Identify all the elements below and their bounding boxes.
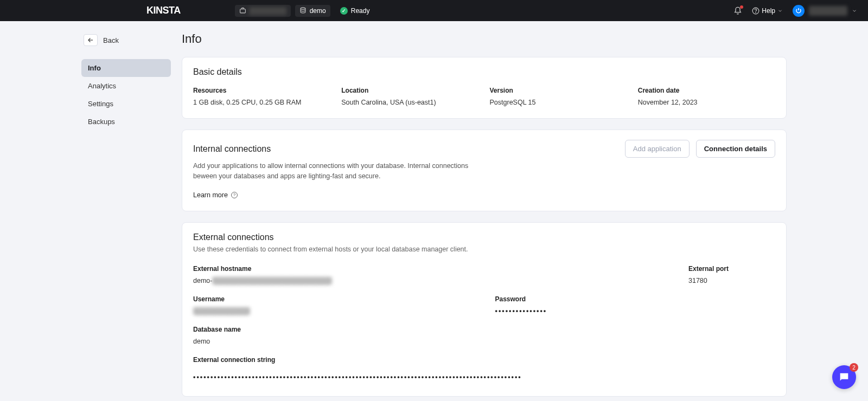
status-text: Ready [351, 7, 370, 15]
workspace-crumb[interactable]: ████████ [235, 5, 291, 17]
password-label: Password [495, 295, 776, 303]
check-circle-icon: ✓ [340, 7, 348, 15]
internal-conn-description: Add your applications to allow internal … [193, 161, 475, 182]
info-icon: ? [231, 192, 238, 198]
svg-point-1 [301, 8, 305, 9]
power-icon [795, 8, 802, 14]
location-value: South Carolina, USA (us-east1) [341, 99, 478, 106]
brand-logo: KINSTA [146, 5, 181, 16]
created-value: November 12, 2023 [638, 99, 775, 106]
topbar: KINSTA ████████ demo ✓ Ready Help [0, 0, 868, 21]
add-application-button[interactable]: Add application [625, 140, 690, 158]
sidebar-item-info[interactable]: Info [81, 59, 171, 77]
database-icon [299, 7, 307, 14]
internal-connections-card: Internal connections Add application Con… [182, 130, 787, 211]
main-content: Info Basic details Resources 1 GB disk, … [182, 32, 787, 401]
created-label: Creation date [638, 87, 775, 94]
connstring-label: External connection string [193, 356, 775, 364]
page-title: Info [182, 32, 787, 46]
basic-details-card: Basic details Resources 1 GB disk, 0.25 … [182, 57, 787, 119]
sidebar-item-settings[interactable]: Settings [81, 95, 171, 113]
location-label: Location [341, 87, 478, 94]
svg-point-3 [756, 12, 756, 12]
avatar [793, 5, 805, 17]
help-label: Help [762, 7, 775, 15]
help-menu[interactable]: Help [752, 7, 783, 15]
sidebar: Back Info Analytics Settings Backups [81, 32, 171, 401]
resources-label: Resources [193, 87, 330, 94]
chevron-down-icon [777, 8, 783, 14]
notifications-button[interactable] [733, 7, 742, 15]
version-label: Version [490, 87, 627, 94]
chat-widget[interactable]: 2 [832, 365, 856, 389]
basic-details-title: Basic details [193, 67, 775, 77]
status-badge: ✓ Ready [340, 7, 370, 15]
back-button[interactable] [84, 34, 98, 46]
back-label: Back [103, 36, 119, 44]
resources-value: 1 GB disk, 0.25 CPU, 0.25 GB RAM [193, 99, 330, 106]
external-conn-title: External connections [193, 232, 775, 242]
briefcase-icon [239, 7, 246, 14]
learn-more-link[interactable]: Learn more ? [193, 191, 775, 199]
username-label: Username [193, 295, 474, 303]
password-value: ••••••••••••••• [495, 307, 776, 315]
user-name-redacted: ██████ [809, 6, 847, 16]
dbname-value: demo [193, 338, 775, 345]
svg-rect-0 [240, 9, 245, 13]
chevron-down-icon [852, 8, 857, 14]
workspace-name-redacted: ████████ [250, 7, 286, 15]
database-crumb[interactable]: demo [295, 5, 330, 17]
connection-details-button[interactable]: Connection details [696, 140, 775, 158]
port-value: 31780 [688, 277, 775, 284]
notification-dot [740, 5, 743, 9]
version-value: PostgreSQL 15 [490, 99, 627, 106]
database-name: demo [310, 7, 326, 15]
dbname-label: Database name [193, 326, 775, 333]
user-menu[interactable]: ██████ [793, 5, 857, 17]
arrow-left-icon [87, 36, 94, 44]
help-icon [752, 7, 760, 15]
chat-icon [838, 371, 850, 383]
breadcrumb: ████████ demo ✓ Ready [235, 5, 370, 17]
username-value: ███████████ [193, 307, 474, 315]
internal-conn-title: Internal connections [193, 144, 271, 154]
sidebar-item-analytics[interactable]: Analytics [81, 77, 171, 95]
hostname-value: demo-████████████████████████ [193, 277, 667, 284]
connstring-value: ••••••••••••••••••••••••••••••••••••••••… [193, 373, 775, 381]
external-conn-description: Use these credentials to connect from ex… [193, 244, 475, 255]
port-label: External port [688, 265, 775, 273]
hostname-label: External hostname [193, 265, 667, 273]
sidebar-item-backups[interactable]: Backups [81, 113, 171, 131]
external-connections-card: External connections Use these credentia… [182, 222, 787, 397]
chat-badge: 2 [850, 363, 858, 372]
